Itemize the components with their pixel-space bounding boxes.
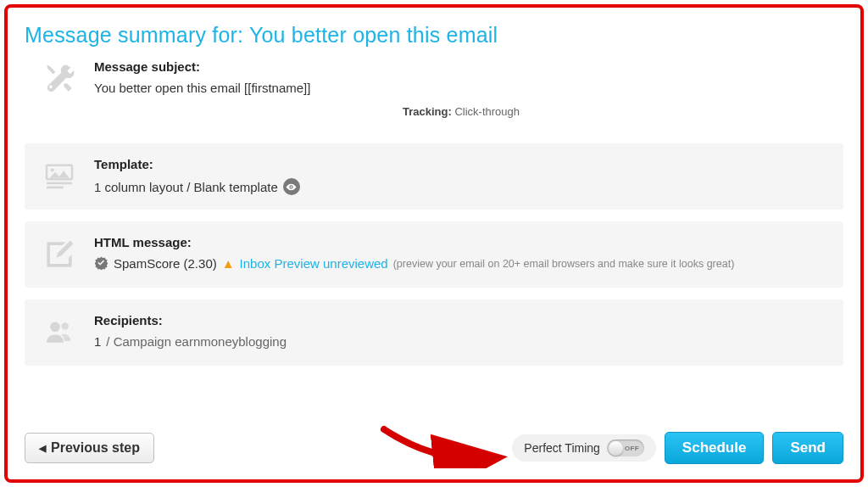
html-message-card: HTML message: SpamScore (2.30) ▲ Inbox P… [25,221,843,288]
warning-icon: ▲ [222,256,235,271]
toggle-switch[interactable]: OFF [607,439,644,456]
edit-icon [40,235,79,274]
tools-icon [40,59,79,98]
subject-label: Message subject: [94,59,828,74]
tracking-info: Tracking: Click-through [94,105,828,118]
subject-value: You better open this email [[firstname]] [94,81,828,95]
html-label: HTML message: [94,235,828,249]
recipients-label: Recipients: [94,313,828,327]
template-card: Template: 1 column layout / Blank templa… [25,143,843,210]
svg-point-1 [51,168,54,171]
svg-rect-3 [47,187,64,189]
recipients-card: Recipients: 1/ Campaign earnmoneybloggin… [25,299,843,366]
inbox-preview-hint: (preview your email on 20+ email browser… [393,258,735,270]
template-icon [40,157,79,196]
page-title: Message summary for: You better open thi… [25,23,843,48]
svg-point-5 [62,322,69,329]
inbox-preview-link[interactable]: Inbox Preview unreviewed [240,256,388,271]
footer-bar: ◀ Previous step Perfect Timing OFF Sched… [25,432,843,464]
people-icon [40,313,79,352]
send-button[interactable]: Send [772,432,843,464]
svg-rect-2 [47,182,72,185]
recipients-value: 1/ Campaign earnmoneyblogging [94,334,828,349]
triangle-left-icon: ◀ [39,443,46,454]
schedule-button[interactable]: Schedule [665,432,765,464]
previous-step-button[interactable]: ◀ Previous step [25,433,154,463]
svg-point-4 [50,322,60,333]
eye-icon[interactable] [283,178,300,195]
check-badge-icon [94,256,108,271]
subject-card: Message subject: You better open this em… [25,59,843,132]
spam-score: SpamScore (2.30) [114,256,217,271]
perfect-timing-toggle[interactable]: Perfect Timing OFF [512,434,655,462]
template-label: Template: [94,157,828,171]
template-value: 1 column layout / Blank template [94,178,828,195]
